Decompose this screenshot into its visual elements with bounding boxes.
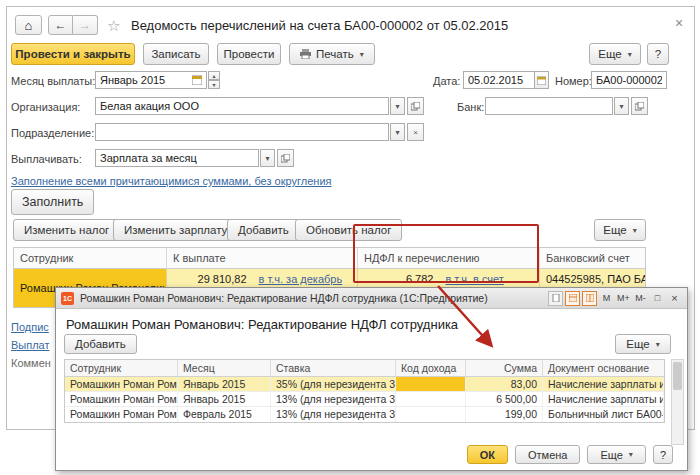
scale-m-minus-button[interactable]: М- (633, 291, 648, 306)
division-clear-button[interactable]: × (407, 123, 424, 141)
nav-buttons: ← → (48, 15, 98, 35)
bank-dropdown-button[interactable]: ▾ (614, 97, 629, 115)
chevron-down-icon: ▾ (629, 450, 633, 459)
month-cell[interactable]: Январь 2015 (178, 377, 271, 391)
ndfl-table: Сотрудник Месяц Ставка Код дохода Сумма … (64, 359, 665, 423)
dialog-help-button[interactable]: ? (653, 445, 673, 464)
forward-button[interactable]: → (73, 15, 98, 35)
month-cell[interactable]: Январь 2015 (178, 392, 271, 406)
month-cell[interactable]: Февраль 2015 (178, 407, 271, 422)
open-link-icon (635, 102, 644, 111)
chevron-down-icon: ▾ (656, 340, 660, 349)
base-doc-cell[interactable]: Начисление зарплаты и взно... (543, 377, 664, 391)
dialog-close-icon[interactable]: × (667, 291, 682, 306)
close-icon[interactable]: × (675, 15, 683, 31)
bank-field[interactable] (485, 97, 613, 115)
table-row[interactable]: Ромашкин Роман Рома... Январь 2015 35% (… (65, 377, 664, 392)
amount-cell[interactable]: 199,00 (466, 407, 543, 422)
col-employee: Сотрудник (65, 360, 178, 376)
month-field[interactable]: Январь 2015 (95, 71, 207, 89)
pay-field[interactable]: Зарплата за месяц (95, 149, 259, 167)
change-salary-button[interactable]: Изменить зарплату (113, 219, 238, 241)
help-button[interactable]: ? (647, 43, 669, 65)
col-employee: Сотрудник (14, 248, 167, 268)
scale-m-button[interactable]: М (599, 291, 614, 306)
spin-down-icon[interactable]: ▾ (208, 80, 220, 89)
home-button[interactable]: ⌂ (15, 15, 42, 35)
payout-link[interactable]: Выплат (11, 339, 50, 351)
division-field[interactable] (95, 123, 389, 141)
organization-value: Белая акация ООО (100, 100, 384, 112)
fill-button[interactable]: Заполнить (11, 189, 94, 215)
employee-cell[interactable]: Ромашкин Роман Рома... (65, 407, 178, 422)
chevron-down-icon: ▾ (395, 128, 399, 137)
division-dropdown-button[interactable]: ▾ (390, 123, 405, 141)
post-and-close-button[interactable]: Провести и закрыть (11, 43, 135, 65)
col-income-code: Код дохода (396, 360, 466, 376)
signatures-link[interactable]: Подпис (11, 321, 49, 333)
pay-dropdown-button[interactable]: ▾ (260, 149, 275, 167)
dialog-tool-icon[interactable] (548, 291, 563, 306)
base-doc-cell[interactable]: Начисление зарплаты и взно... (543, 392, 664, 406)
rate-cell[interactable]: 35% (для нерезидента 30%) (271, 377, 396, 391)
dialog-add-button[interactable]: Добавить (64, 334, 137, 354)
employee-cell[interactable]: Ромашкин Роман Рома... (65, 377, 178, 391)
favorite-star-icon[interactable]: ☆ (107, 17, 120, 35)
rate-cell[interactable]: 13% (для нерезидента 30%) (271, 392, 396, 406)
change-tax-button[interactable]: Изменить налог (13, 219, 120, 241)
chevron-down-icon: ▾ (619, 102, 623, 111)
income-code-cell[interactable] (396, 407, 466, 422)
back-button[interactable]: ← (48, 15, 73, 35)
rate-cell[interactable]: 13% (для нерезидента 30%) (271, 407, 396, 422)
date-value: 05.02.2015 (468, 74, 530, 86)
dialog-more-button[interactable]: Еще ▾ (615, 334, 671, 354)
dialog-footer-more-button[interactable]: Еще ▾ (587, 445, 645, 464)
add-row-button[interactable]: Добавить (227, 219, 300, 241)
ok-button[interactable]: ОК (467, 445, 508, 464)
income-code-cell[interactable] (396, 392, 466, 406)
comment-label: Коммен (11, 357, 51, 369)
post-button[interactable]: Провести (217, 43, 281, 65)
amount-cell[interactable]: 83,00 (466, 377, 543, 391)
bank-open-button[interactable] (631, 97, 648, 115)
more-button[interactable]: Еще ▾ (589, 43, 641, 65)
calendar-icon (537, 76, 546, 85)
col-rate: Ставка (271, 360, 396, 376)
vertical-scrollbar[interactable] (671, 359, 684, 445)
maximize-icon[interactable]: □ (650, 291, 665, 306)
income-code-cell[interactable] (396, 377, 466, 391)
table-row[interactable]: Ромашкин Роман Рома... Февраль 2015 13% … (65, 407, 664, 422)
fill-settings-link[interactable]: Заполнение всеми причитающимися суммами,… (11, 175, 332, 187)
dialog-panel-icon[interactable] (565, 291, 580, 306)
date-field[interactable]: 05.02.2015 (463, 71, 535, 89)
dialog-titlebar[interactable]: 1С Ромашкин Роман Романович: Редактирова… (56, 288, 687, 309)
table-row[interactable]: Ромашкин Роман Рома... Январь 2015 13% (… (65, 392, 664, 407)
pay-open-button[interactable] (277, 149, 294, 167)
organization-field[interactable]: Белая акация ООО (95, 97, 389, 115)
organization-open-button[interactable] (407, 97, 424, 115)
refresh-tax-button[interactable]: Обновить налог (295, 219, 402, 241)
more-label: Еще (600, 449, 622, 461)
table-more-button[interactable]: Еще ▾ (594, 219, 646, 241)
number-field[interactable]: БА00-000002 (591, 71, 667, 89)
save-button[interactable]: Записать (143, 43, 209, 65)
cancel-button[interactable]: Отмена (515, 445, 580, 464)
scale-m-plus-button[interactable]: М+ (616, 291, 631, 306)
chevron-down-icon: ▾ (633, 226, 637, 235)
organization-dropdown-button[interactable]: ▾ (390, 97, 405, 115)
amount-cell[interactable]: 6 500,00 (466, 392, 543, 406)
number-label: Номер: (555, 75, 592, 87)
print-label: Печать (316, 48, 354, 60)
home-icon: ⌂ (25, 18, 33, 33)
spin-up-icon[interactable]: ▴ (208, 71, 220, 80)
base-doc-cell[interactable]: Больничный лист БА00-0000... (543, 407, 664, 422)
more-label: Еще (603, 224, 626, 236)
dialog-panel2-icon[interactable] (582, 291, 597, 306)
print-button[interactable]: Печать ▾ (289, 43, 375, 65)
scrollbar-thumb[interactable] (673, 362, 682, 390)
calendar-icon[interactable] (192, 75, 202, 85)
month-spinner[interactable]: ▴ ▾ (208, 71, 220, 89)
date-calendar-button[interactable] (534, 71, 549, 89)
window-title: Ведомость перечислений на счета БА00-000… (131, 18, 508, 33)
employee-cell[interactable]: Ромашкин Роман Рома... (65, 392, 178, 406)
